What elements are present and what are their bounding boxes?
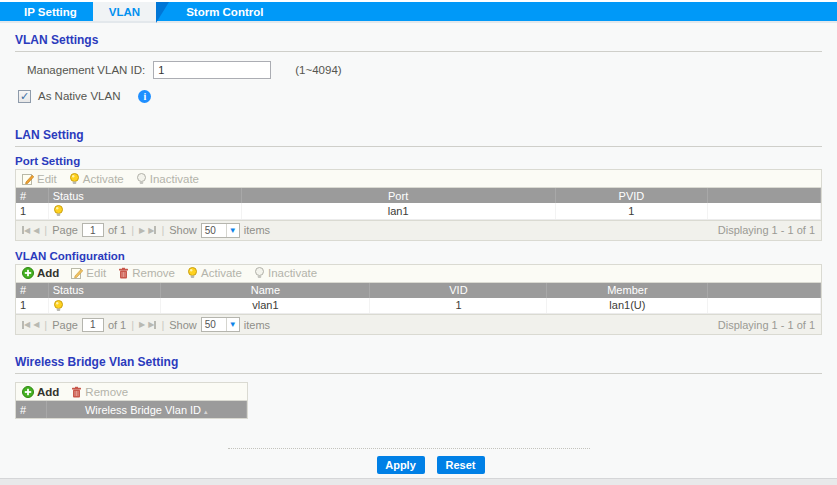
add-label: Add <box>37 267 59 279</box>
inactivate-label: Inactivate <box>150 173 199 185</box>
vlan-configuration-toolbar: Add Edit Remove Activate <box>16 265 821 283</box>
vlan-configuration-header-row: # Status Name VID Member <box>16 283 821 298</box>
col-wireless-bridge-vlan-id-label: Wireless Bridge Vlan ID <box>85 404 201 416</box>
footer-separator <box>228 448 590 449</box>
apply-button[interactable]: Apply <box>377 456 425 474</box>
info-icon[interactable]: i <box>138 90 151 103</box>
page-label: Page <box>52 224 78 236</box>
chevron-down-icon: ▼ <box>226 318 239 331</box>
col-index[interactable]: # <box>16 188 48 203</box>
port-setting-title: Port Setting <box>15 155 822 167</box>
col-spacer <box>708 188 821 203</box>
wireless-bridge-table: # Wireless Bridge Vlan ID▴ <box>16 401 247 418</box>
tab-bar-wrap: IP Setting VLAN Storm Control <box>0 0 837 23</box>
row-spacer <box>708 203 821 219</box>
port-setting-table: # Status Port PVID 1 lan1 1 <box>16 188 821 220</box>
table-row[interactable]: 1 vlan1 1 lan1(U) <box>16 298 821 314</box>
activate-button[interactable]: Activate <box>187 267 242 279</box>
row-spacer <box>708 298 821 314</box>
edit-icon <box>71 267 83 279</box>
last-page-icon[interactable]: ▶ <box>148 320 156 329</box>
row-member: lan1(U) <box>547 298 708 314</box>
col-vid[interactable]: VID <box>370 283 547 298</box>
bulb-on-icon <box>69 173 80 185</box>
add-icon <box>22 386 34 398</box>
first-page-icon[interactable]: ◀ <box>22 226 30 235</box>
prev-page-icon[interactable]: ◀ <box>33 226 39 235</box>
vlan-configuration-table: # Status Name VID Member 1 vlan1 1 lan1(… <box>16 283 821 315</box>
remove-label: Remove <box>85 386 128 398</box>
vlan-configuration-title: VLAN Configuration <box>15 250 822 262</box>
page-label: Page <box>52 319 78 331</box>
show-label: Show <box>169 319 197 331</box>
inactivate-button[interactable]: Inactivate <box>254 267 317 279</box>
col-status[interactable]: Status <box>48 283 161 298</box>
items-label: items <box>244 319 270 331</box>
native-vlan-checkbox[interactable]: ✓ <box>18 90 31 103</box>
wireless-bridge-title: Wireless Bridge Vlan Setting <box>15 345 822 374</box>
col-port[interactable]: Port <box>241 188 555 203</box>
edit-label: Edit <box>86 267 106 279</box>
items-label: items <box>244 224 270 236</box>
page-input[interactable] <box>82 318 104 332</box>
row-pvid: 1 <box>555 203 708 219</box>
add-icon <box>22 267 34 279</box>
col-status[interactable]: Status <box>48 188 241 203</box>
tab-storm-control[interactable]: Storm Control <box>170 2 279 21</box>
first-page-icon[interactable]: ◀ <box>22 320 30 329</box>
table-row[interactable]: 1 lan1 1 <box>16 203 821 219</box>
row-port: lan1 <box>241 203 555 219</box>
management-vlan-input[interactable] <box>153 61 271 79</box>
edit-button[interactable]: Edit <box>71 267 106 279</box>
next-page-icon[interactable]: ▶ <box>139 320 145 329</box>
bulb-off-icon <box>254 267 265 279</box>
edit-label: Edit <box>37 173 57 185</box>
col-member[interactable]: Member <box>547 283 708 298</box>
tab-vlan[interactable]: VLAN <box>93 2 156 21</box>
tab-bar: IP Setting VLAN Storm Control <box>0 2 837 23</box>
remove-label: Remove <box>132 267 175 279</box>
activate-label: Activate <box>201 267 242 279</box>
edit-button[interactable]: Edit <box>22 173 57 185</box>
remove-button[interactable]: Remove <box>71 386 128 398</box>
vlan-configuration-groupbox: Add Edit Remove Activate <box>15 264 822 336</box>
remove-button[interactable]: Remove <box>118 267 175 279</box>
row-name: vlan1 <box>161 298 370 314</box>
next-page-icon[interactable]: ▶ <box>139 226 145 235</box>
reset-button[interactable]: Reset <box>437 456 485 474</box>
page-of-label: of 1 <box>108 224 126 236</box>
add-button[interactable]: Add <box>22 267 59 279</box>
col-pvid[interactable]: PVID <box>555 188 708 203</box>
show-items-select[interactable]: 50 ▼ <box>201 317 240 332</box>
wireless-bridge-toolbar: Add Remove <box>16 383 247 401</box>
native-vlan-label: As Native VLAN <box>38 90 120 102</box>
activate-button[interactable]: Activate <box>69 173 124 185</box>
prev-page-icon[interactable]: ◀ <box>33 320 39 329</box>
chevron-down-icon: ▼ <box>226 224 239 237</box>
add-button[interactable]: Add <box>22 386 59 398</box>
page-input[interactable] <box>82 223 104 237</box>
tab-ip-setting[interactable]: IP Setting <box>8 2 93 21</box>
last-page-icon[interactable]: ▶ <box>148 226 156 235</box>
port-setting-header-row: # Status Port PVID <box>16 188 821 203</box>
col-index[interactable]: # <box>16 401 46 418</box>
wireless-bridge-groupbox: Add Remove # Wireless Bridge Vlan ID▴ <box>15 382 248 419</box>
col-wireless-bridge-vlan-id[interactable]: Wireless Bridge Vlan ID▴ <box>46 401 247 418</box>
status-bulb-on-icon <box>48 203 241 219</box>
inactivate-button[interactable]: Inactivate <box>136 173 199 185</box>
bulb-on-icon <box>187 267 198 279</box>
col-index[interactable]: # <box>16 283 48 298</box>
vlan-range-hint: (1~4094) <box>295 64 341 76</box>
bottom-edge <box>0 478 837 485</box>
vlan-configuration-pagination: ◀ ◀ | Page of 1 | ▶ ▶ | Show 50 ▼ items … <box>16 314 821 334</box>
row-vid: 1 <box>370 298 547 314</box>
wireless-bridge-header-row: # Wireless Bridge Vlan ID▴ <box>16 401 247 418</box>
remove-icon <box>71 386 82 398</box>
management-vlan-row: Management VLAN ID: (1~4094) <box>27 60 822 80</box>
remove-icon <box>118 267 129 279</box>
activate-label: Activate <box>83 173 124 185</box>
col-name[interactable]: Name <box>161 283 370 298</box>
show-items-select[interactable]: 50 ▼ <box>201 223 240 238</box>
management-vlan-label: Management VLAN ID: <box>27 64 145 76</box>
page-content: VLAN Settings Management VLAN ID: (1~409… <box>0 23 837 419</box>
